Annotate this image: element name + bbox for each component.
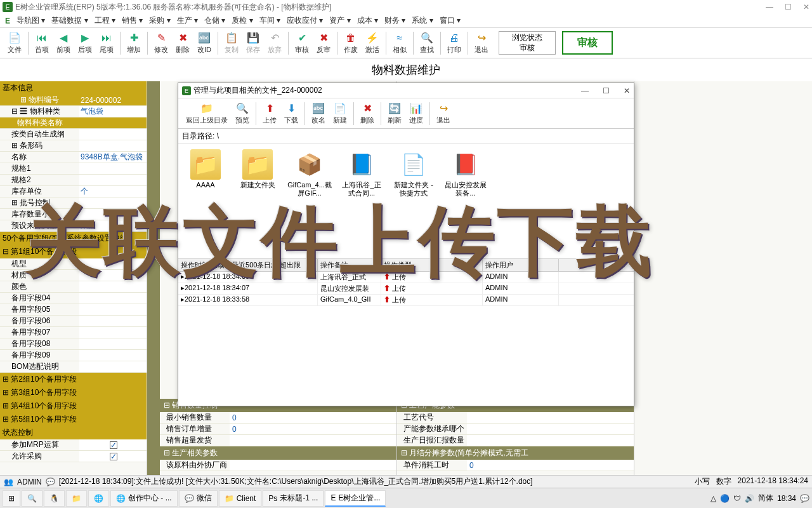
field-row[interactable]: 生产日报汇报数量	[397, 435, 634, 446]
menu-item[interactable]: 系统 ▾	[409, 14, 435, 27]
tree-row[interactable]: 备用字段04	[0, 293, 147, 304]
log-row[interactable]: ▸2021-12-18 18:33:58GifCam_4.0_GII⬆ 上传AD…	[178, 295, 634, 306]
toolbar-打印[interactable]: 🖨打印	[443, 30, 465, 56]
taskbar-item[interactable]: 📁	[66, 490, 87, 507]
taskbar-item[interactable]: 🌐创作中心 - ...	[110, 490, 178, 507]
taskbar-item[interactable]: ⊞	[3, 490, 20, 507]
field-row[interactable]: 最小销售数量0	[160, 412, 396, 424]
audit-button[interactable]: 审核	[562, 31, 613, 55]
file-item[interactable]: 📁新建文件夹	[235, 149, 280, 189]
close-button[interactable]: ✕	[803, 3, 809, 11]
toolbar-相似[interactable]: ≈相似	[389, 30, 410, 56]
col-group[interactable]: ⊟ 月结分摊参数(简单分摊模式,无需工	[397, 446, 634, 460]
field-row[interactable]: 销售订单增量0	[160, 424, 396, 435]
tree-row[interactable]: ⊞ 物料编号224-000002	[0, 95, 147, 106]
menu-item[interactable]: 采购 ▾	[147, 14, 173, 27]
menu-item[interactable]: 窗口 ▾	[437, 14, 463, 27]
col-group[interactable]: ⊟ 生产相关参数	[160, 446, 396, 460]
tree-row[interactable]: 备用字段06	[0, 316, 147, 327]
toolbar-查找[interactable]: 🔍查找	[416, 30, 438, 56]
field-row[interactable]: 销售超量发货	[160, 435, 396, 446]
tree-row[interactable]: 参加MRP运算✓	[0, 439, 147, 451]
toolbar-改名[interactable]: 🔤改名	[308, 101, 329, 126]
file-item[interactable]: 📦GifCam_4...截屏GIF...	[287, 149, 332, 197]
menu-item[interactable]: 财务 ▾	[382, 14, 408, 27]
dialog-close[interactable]: ✕	[624, 86, 630, 95]
field-row[interactable]: 工艺代号	[397, 412, 634, 424]
taskbar-item[interactable]: 🐧	[44, 490, 65, 507]
tree-row[interactable]: 库存数量小数	[0, 209, 147, 220]
tree-row[interactable]: ⊞ 批号控制	[0, 197, 147, 209]
dialog-minimize[interactable]: —	[581, 86, 589, 95]
tree-group[interactable]: ⊞ 第4组10个备用字段	[0, 399, 147, 413]
tree-row[interactable]: 物料种类名称	[0, 117, 147, 129]
maximize-button[interactable]: ☐	[785, 3, 792, 11]
toolbar-退出[interactable]: ↪退出	[471, 30, 492, 56]
menu-item[interactable]: 应收应付 ▾	[284, 14, 325, 27]
tree-row[interactable]: 备用字段09	[0, 350, 147, 361]
menu-item[interactable]: 仓储 ▾	[202, 14, 228, 27]
taskbar-item[interactable]: 🔍	[22, 490, 43, 507]
system-tray[interactable]: △🔵🛡🔊简体18:34💬	[710, 493, 809, 504]
taskbar-item[interactable]: EE树企业管...	[325, 490, 386, 507]
tree-group[interactable]: ⊞ 第2组10个备用字段	[0, 373, 147, 386]
menu-item[interactable]: 成本 ▾	[355, 14, 381, 27]
toolbar-返回上级目录[interactable]: 📁返回上级目录	[182, 101, 232, 126]
field-row[interactable]: 产能参数继承哪个	[397, 424, 634, 435]
file-item[interactable]: 📕昆山安控发展装备...	[443, 149, 488, 197]
menu-item[interactable]: 工程 ▾	[92, 14, 118, 27]
field-row[interactable]: 该原料由外协厂商	[160, 460, 396, 471]
toolbar-激活[interactable]: ⚡激活	[362, 30, 383, 56]
menu-item[interactable]: 销售 ▾	[119, 14, 145, 27]
toolbar-下载[interactable]: ⬇下载	[280, 101, 302, 126]
tree-group[interactable]: 50个备用字段(可在系统参数设置中统	[0, 232, 147, 245]
toolbar-前项[interactable]: ◀前项	[53, 30, 74, 56]
toolbar-作废[interactable]: 🗑作废	[340, 30, 362, 56]
menu-item[interactable]: 资产 ▾	[327, 14, 353, 27]
field-row[interactable]: 单件消耗工时0	[397, 460, 634, 471]
toolbar-上传[interactable]: ⬆上传	[259, 101, 280, 126]
toolbar-改ID[interactable]: 🔤改ID	[193, 30, 215, 56]
tree-row[interactable]: BOM选配说明	[0, 361, 147, 373]
tree-row[interactable]: 按类自动生成纲	[0, 129, 147, 140]
taskbar-item[interactable]: Ps未标题-1 ...	[263, 490, 324, 507]
tree-row[interactable]: 库存单位个	[0, 186, 147, 197]
tree-row[interactable]: 规格1	[0, 163, 147, 175]
toolbar-删除[interactable]: ✖删除	[172, 30, 193, 56]
file-item[interactable]: 📁AAAA	[183, 149, 228, 189]
toolbar-后项[interactable]: ▶后项	[74, 30, 96, 56]
menu-item[interactable]: 质检 ▾	[229, 14, 255, 27]
tree-row[interactable]: 备用字段07	[0, 327, 147, 338]
tree-group[interactable]: 状态控制	[0, 426, 147, 439]
menu-item[interactable]: 基础数据 ▾	[49, 14, 90, 27]
toolbar-新建[interactable]: 📄新建	[329, 101, 351, 126]
log-row[interactable]: ▸2021-12-18 18:34:07昆山安控发展装⬆ 上传ADMIN	[178, 283, 634, 295]
tree-row[interactable]: 备用字段08	[0, 338, 147, 350]
taskbar-item[interactable]: 💬微信	[179, 490, 218, 507]
checkbox[interactable]: ✓	[110, 441, 117, 449]
tree-row[interactable]: 允许采购✓	[0, 451, 147, 462]
tree-row[interactable]: ⊟ ☰ 物料种类气泡袋	[0, 106, 147, 117]
menu-item[interactable]: 生产 ▾	[174, 14, 200, 27]
tree-group[interactable]: ⊟ 第1组10个备用字段	[0, 245, 147, 258]
toolbar-尾项[interactable]: ⏭尾项	[96, 30, 117, 56]
tree-row[interactable]: 备用字段05	[0, 304, 147, 316]
menu-item[interactable]: 导航图 ▾	[14, 14, 48, 27]
toolbar-反审[interactable]: ✖反审	[313, 30, 334, 56]
tree-row[interactable]: ⊞ 条形码	[0, 140, 147, 152]
tree-row[interactable]: 名称9348B单盒.气泡袋	[0, 152, 147, 163]
taskbar-item[interactable]: 📁Client	[219, 490, 262, 507]
taskbar-item[interactable]: 🌐	[88, 490, 109, 507]
tree-row[interactable]: 机型	[0, 258, 147, 270]
toolbar-增加[interactable]: ✚增加	[123, 30, 145, 56]
toolbar-进度[interactable]: 📊进度	[405, 101, 427, 126]
toolbar-预览[interactable]: 🔍预览	[232, 101, 253, 126]
file-item[interactable]: 📘上海讯谷_正式合同...	[339, 149, 384, 197]
menu-item[interactable]: 车间 ▾	[257, 14, 283, 27]
tree-row[interactable]: 规格2	[0, 175, 147, 186]
toolbar-审核[interactable]: ✔审核	[291, 30, 313, 56]
tree-group[interactable]: 基本信息	[0, 81, 147, 95]
minimize-button[interactable]: —	[766, 3, 773, 11]
checkbox[interactable]: ✓	[110, 453, 117, 460]
tree-group[interactable]: ⊞ 第5组10个备用字段	[0, 413, 147, 426]
